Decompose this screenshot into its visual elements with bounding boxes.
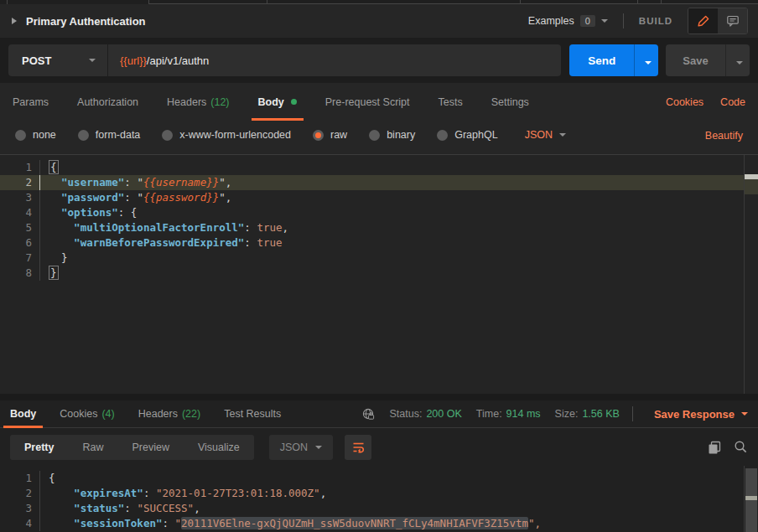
chevron-down-icon [645,61,652,65]
tab-settings[interactable]: Settings [491,83,529,121]
request-body-editor[interactable]: 1{2 "username": "{{username}}",3 "passwo… [0,154,758,394]
radio-icon [162,130,173,141]
chevron-down-icon [601,19,608,23]
tab-pre-request-script[interactable]: Pre-request Script [325,83,410,121]
radio-label: raw [330,129,347,141]
tab-strip-hairline [149,3,758,4]
send-options-button[interactable] [634,44,658,76]
time-label: Time: [476,408,502,420]
tab-label: Tests [439,96,463,108]
editor-annotation-column[interactable] [744,155,758,394]
line-number: 4 [0,205,40,220]
response-body-editor-lines: 1{2 "expiresAt": "2021-01-27T23:01:18.00… [0,466,758,531]
examples-count-badge: 0 [580,15,595,27]
wrap-lines-button[interactable] [345,435,371,460]
save-button[interactable]: Save [666,44,724,76]
comments-button[interactable] [718,8,747,34]
save-options-button[interactable] [725,44,750,76]
scrollbar-thumb[interactable] [745,468,757,532]
tab-authorization[interactable]: Authorization [77,83,138,121]
radio-label: binary [387,129,415,141]
view-tab-visualize[interactable]: Visualize [184,435,254,460]
code-line[interactable]: 7 } [0,251,758,266]
code-line[interactable]: 1{ [0,471,758,486]
body-mode-x-www-form-urlencoded[interactable]: x-www-form-urlencoded [162,129,291,141]
response-toolbar: Pretty Raw Preview Visualize JSON [0,428,758,466]
edit-mode-button[interactable] [688,8,718,34]
code-line[interactable]: 4 "options": { [0,205,758,220]
content-type-selector[interactable]: JSON [525,129,566,141]
tab-strip-divider [520,0,521,4]
line-number: 4 [0,516,40,531]
response-headers-count: (22) [182,408,200,420]
request-body-editor-lines: 1{2 "username": "{{username}}",3 "passwo… [0,155,758,281]
tab-params[interactable]: Params [13,83,49,121]
comment-icon [726,14,740,28]
status-label: Status: [390,408,423,420]
collapse-caret-icon[interactable] [12,18,17,24]
body-mode-binary[interactable]: binary [369,129,415,141]
radio-selected-icon [313,130,324,141]
size-label: Size: [555,408,579,420]
body-mode-none[interactable]: none [15,129,56,141]
radio-label: GraphQL [454,129,497,141]
examples-dropdown[interactable]: Examples 0 [528,15,608,27]
code-line[interactable]: 2 "expiresAt": "2021-01-27T23:01:18.000Z… [0,486,758,501]
body-mode-graphql[interactable]: GraphQL [437,129,497,141]
response-tab-cookies[interactable]: Cookies(4) [60,400,114,428]
view-tab-preview[interactable]: Preview [117,435,183,460]
tab-label: Body [10,408,36,420]
request-tabs: Params Authorization Headers(12) Body Pr… [0,83,758,121]
tab-tests[interactable]: Tests [439,83,463,121]
url-input[interactable]: {{url}}/api/v1/authn [108,54,561,67]
request-header: Primary Authentication Examples 0 BUILD [0,4,758,38]
code-line[interactable]: 2 "username": "{{username}}", [0,175,758,190]
line-number: 2 [0,486,40,501]
response-scrollbar[interactable] [744,466,758,532]
cookies-link[interactable]: Cookies [666,96,703,108]
content-type-label: JSON [525,129,553,141]
code-line[interactable]: 3 "status": "SUCCESS", [0,501,758,516]
tab-headers[interactable]: Headers(12) [167,83,229,121]
response-body-editor[interactable]: 1{2 "expiresAt": "2021-01-27T23:01:18.00… [0,466,758,532]
tab-label: Authorization [77,96,138,108]
send-button[interactable]: Send [569,44,634,76]
response-format-selector[interactable]: JSON [269,435,333,460]
code-line[interactable]: 1{ [0,160,758,175]
radio-icon [15,130,26,141]
code-line[interactable]: 8} [0,266,758,281]
code-line[interactable]: 6 "warnBeforePasswordExpired": true [0,235,758,251]
method-selector[interactable]: POST [8,54,107,67]
copy-response-button[interactable] [707,440,722,455]
body-mode-raw[interactable]: raw [313,129,347,141]
headers-count: (12) [210,96,229,108]
header-actions: Examples 0 BUILD [528,8,748,34]
tab-strip-divider [661,0,662,4]
code-text: "status": "SUCCESS", [40,501,200,516]
code-line[interactable]: 5 "multiOptionalFactorEnroll": true, [0,220,758,235]
url-path: /api/v1/authn [147,54,209,67]
view-tab-pretty[interactable]: Pretty [10,435,68,460]
save-response-label: Save Response [654,408,735,421]
response-tab-test-results[interactable]: Test Results [224,400,281,428]
line-number: 3 [0,501,40,516]
view-tab-raw[interactable]: Raw [68,435,117,460]
code-text: "password": "{{password}}", [40,190,231,205]
response-tab-body[interactable]: Body [10,400,36,428]
response-tab-headers[interactable]: Headers(22) [138,400,200,428]
radio-icon [369,130,380,141]
code-link[interactable]: Code [720,96,745,108]
body-mode-form-data[interactable]: form-data [78,129,141,141]
code-text: "options": { [40,205,137,220]
search-response-button[interactable] [734,440,748,454]
save-response-button[interactable]: Save Response [654,408,748,421]
save-split-button: Save [666,44,750,76]
line-number: 2 [0,175,40,190]
tab-body[interactable]: Body [258,83,297,121]
code-line[interactable]: 4 "sessionToken": "20111V6Elne-gxQjQUZmH… [0,516,758,531]
response-format-label: JSON [280,442,308,453]
beautify-link[interactable]: Beautify [705,130,743,142]
request-title: Primary Authentication [26,15,146,28]
line-number: 1 [0,471,40,486]
code-line[interactable]: 3 "password": "{{password}}", [0,190,758,205]
